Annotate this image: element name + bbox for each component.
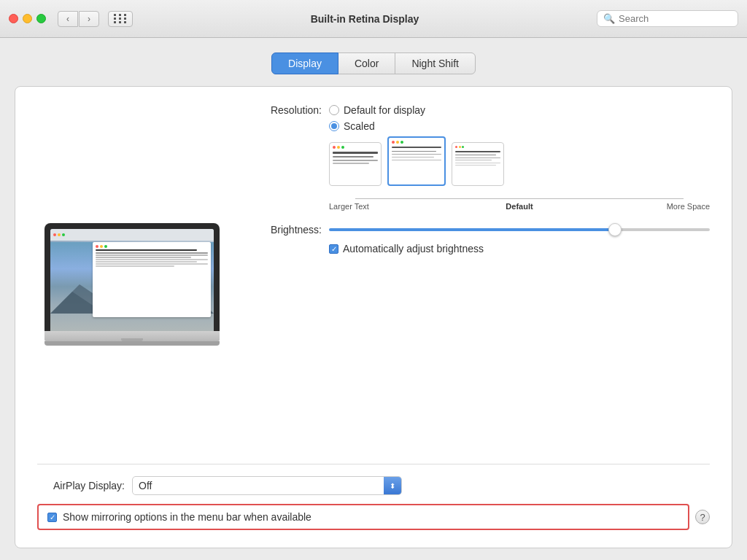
laptop-preview xyxy=(37,104,227,464)
tab-display[interactable]: Display xyxy=(271,52,338,74)
mirror-row: ✓ Show mirroring options in the menu bar… xyxy=(37,504,689,530)
nav-buttons: ‹ › xyxy=(58,11,99,27)
traffic-lights xyxy=(9,14,46,23)
panel-inner: Resolution: Default for display Sc xyxy=(37,104,710,464)
tab-bar: Display Color Night Shift xyxy=(15,52,732,74)
slider-thumb[interactable] xyxy=(608,223,622,236)
close-button[interactable] xyxy=(9,14,18,23)
auto-brightness-checkbox[interactable]: ✓ xyxy=(329,244,338,254)
grid-icon xyxy=(114,14,128,23)
scale-labels: Larger Text Default More Space xyxy=(329,190,710,211)
search-input[interactable] xyxy=(619,13,721,24)
titlebar: ‹ › Built-in Retina Display 🔍 xyxy=(0,0,747,38)
scale-label-more: More Space xyxy=(667,202,710,211)
auto-brightness-row: ✓ Automatically adjust brightness xyxy=(249,243,710,254)
auto-brightness-label: Automatically adjust brightness xyxy=(343,243,484,254)
tab-color[interactable]: Color xyxy=(338,52,395,74)
grid-view-button[interactable] xyxy=(108,11,133,27)
search-box[interactable]: 🔍 xyxy=(597,10,738,27)
radio-inner xyxy=(331,123,337,129)
scale-cards-row xyxy=(329,136,710,186)
brightness-section: Brightness: ✓ Automatically adjust brigh… xyxy=(249,222,710,254)
resolution-label: Resolution: xyxy=(249,104,322,116)
back-button[interactable]: ‹ xyxy=(58,11,78,27)
maximize-button[interactable] xyxy=(36,14,46,23)
minimize-button[interactable] xyxy=(23,14,32,23)
search-icon: 🔍 xyxy=(603,13,615,24)
resolution-scaled-row: Scaled xyxy=(249,120,710,132)
screen-browser-chrome xyxy=(50,229,214,241)
laptop-image xyxy=(44,223,220,346)
scale-card-default xyxy=(387,136,446,186)
mirror-label: Show mirroring options in the menu bar w… xyxy=(63,511,311,523)
resolution-default-label: Default for display xyxy=(344,104,425,116)
scale-card-larger xyxy=(329,142,382,186)
airplay-select[interactable]: Off ⬍ xyxy=(132,476,402,495)
resolution-row: Resolution: Default for display xyxy=(249,104,710,116)
slider-track xyxy=(329,228,710,231)
select-arrow-icon[interactable]: ⬍ xyxy=(384,477,401,494)
brightness-label: Brightness: xyxy=(249,224,322,236)
resolution-default-radio[interactable] xyxy=(329,105,339,115)
brightness-row: Brightness: xyxy=(249,222,710,237)
scale-card-more xyxy=(452,142,504,186)
resolution-section: Resolution: Default for display Sc xyxy=(249,104,710,211)
airplay-select-value: Off xyxy=(139,480,395,491)
scale-options-area: Larger Text Default More Space xyxy=(329,136,710,211)
bottom-section: AirPlay Display: Off ⬍ ✓ Show mirroring … xyxy=(37,464,710,530)
scale-preview-larger[interactable] xyxy=(329,142,382,186)
resolution-scaled-radio[interactable] xyxy=(329,121,339,131)
settings-panel: Resolution: Default for display Sc xyxy=(15,86,732,548)
resolution-scaled-label: Scaled xyxy=(344,120,375,132)
mirror-row-container: ✓ Show mirroring options in the menu bar… xyxy=(37,504,710,530)
scale-label-default: Default xyxy=(506,202,533,211)
help-button[interactable]: ? xyxy=(695,510,710,524)
mirror-checkbox[interactable]: ✓ xyxy=(47,513,57,522)
airplay-row: AirPlay Display: Off ⬍ xyxy=(37,476,710,495)
main-content: Display Color Night Shift xyxy=(0,38,747,560)
scale-preview-more[interactable] xyxy=(452,142,504,186)
resolution-default-option[interactable]: Default for display xyxy=(329,104,425,116)
tab-night-shift[interactable]: Night Shift xyxy=(395,52,476,74)
display-settings: Resolution: Default for display Sc xyxy=(249,104,710,464)
scale-label-larger: Larger Text xyxy=(329,202,369,211)
scale-preview-default[interactable] xyxy=(387,136,446,186)
connector-line xyxy=(355,198,684,199)
airplay-label: AirPlay Display: xyxy=(37,480,125,491)
resolution-scaled-option[interactable]: Scaled xyxy=(329,120,375,132)
window-title: Built-in Retina Display xyxy=(139,13,591,25)
brightness-slider[interactable] xyxy=(329,222,710,237)
forward-button[interactable]: › xyxy=(79,11,99,27)
